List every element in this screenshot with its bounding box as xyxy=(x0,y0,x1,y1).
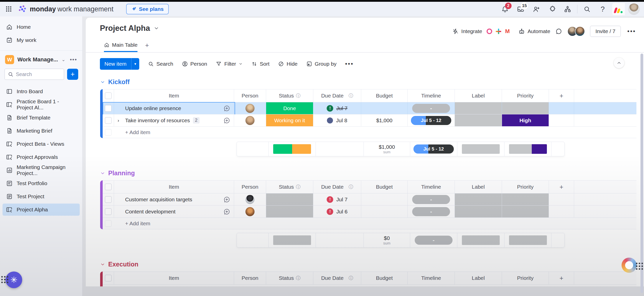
label-cell[interactable] xyxy=(455,193,502,205)
sidebar-item-test-portfolio[interactable]: Test Portfolio xyxy=(3,177,80,189)
due-date-cell[interactable]: ! Jul 7 xyxy=(313,193,361,205)
board-chat-button[interactable] xyxy=(555,28,562,35)
table-row[interactable]: Content development ! Jul 6 - xyxy=(103,206,636,218)
add-board-button[interactable]: + xyxy=(67,69,78,80)
drag-handle-dots-icon[interactable] xyxy=(1,276,9,284)
group-planning-title[interactable]: Planning xyxy=(100,169,636,177)
board-members[interactable] xyxy=(567,26,585,36)
row-checkbox[interactable] xyxy=(105,105,111,112)
row-checkbox[interactable] xyxy=(105,117,111,124)
timeline-cell[interactable]: Jul 5 - 12 xyxy=(408,114,455,126)
search-button[interactable]: Search xyxy=(148,61,173,67)
label-summary[interactable] xyxy=(457,233,505,247)
column-person[interactable]: Person xyxy=(234,181,266,193)
inbox-button[interactable]: 15 xyxy=(515,3,527,15)
products-switcher-button[interactable] xyxy=(562,3,574,15)
collapse-header-button[interactable] xyxy=(614,58,624,68)
priority-summary[interactable] xyxy=(505,142,551,156)
add-column-button[interactable]: + xyxy=(549,181,574,193)
table-row[interactable]: Update online presence Done ! Jul 7 - xyxy=(103,102,636,114)
status-summary[interactable] xyxy=(269,233,316,247)
column-budget[interactable]: Budget xyxy=(361,272,408,284)
column-budget[interactable]: Budget xyxy=(361,89,408,102)
column-due-date[interactable]: Due Dateⓘ xyxy=(313,181,361,193)
table-row[interactable]: Customer acquisition targets ! Jul 7 - xyxy=(103,193,636,206)
column-priority[interactable]: Priority xyxy=(502,272,549,284)
column-status[interactable]: Statusⓘ xyxy=(266,89,313,102)
timeline-cell[interactable]: - xyxy=(408,102,455,114)
add-conversation-icon[interactable] xyxy=(223,208,230,215)
row-checkbox[interactable] xyxy=(105,208,111,215)
due-date-cell[interactable]: ! Jul 6 xyxy=(313,206,361,217)
add-column-button[interactable]: + xyxy=(549,272,574,284)
item-name[interactable]: Customer acquisition targets xyxy=(114,196,192,203)
person-filter-button[interactable]: Person xyxy=(182,61,207,67)
board-menu-button[interactable]: ••• xyxy=(626,28,637,35)
chevron-down-icon[interactable]: ⌄ xyxy=(62,57,65,62)
select-all-checkbox[interactable] xyxy=(105,92,111,99)
item-name[interactable]: Content development xyxy=(114,209,176,215)
column-label[interactable]: Label xyxy=(455,181,502,193)
notifications-button[interactable]: 2 xyxy=(499,3,511,15)
column-status[interactable]: Statusⓘ xyxy=(266,181,313,193)
column-item[interactable]: Item xyxy=(114,89,234,102)
budget-cell[interactable] xyxy=(361,193,408,205)
person-avatar[interactable] xyxy=(245,195,255,204)
filter-button[interactable]: Filter xyxy=(216,61,243,67)
gmail-app-icon[interactable]: M xyxy=(502,25,513,37)
label-summary[interactable] xyxy=(457,142,505,156)
timeline-cell[interactable]: - xyxy=(408,193,455,205)
priority-cell[interactable] xyxy=(502,102,549,114)
priority-summary[interactable] xyxy=(505,233,551,247)
user-avatar[interactable] xyxy=(628,4,639,15)
hide-button[interactable]: Hide xyxy=(278,61,297,67)
add-column-button[interactable]: + xyxy=(549,89,574,102)
workspace-avatar[interactable]: W xyxy=(5,55,14,64)
column-person[interactable]: Person xyxy=(234,272,266,284)
column-due-date[interactable]: Due Dateⓘ xyxy=(313,89,361,102)
column-priority[interactable]: Priority xyxy=(502,181,549,193)
board-title[interactable]: Project Alpha xyxy=(100,24,159,33)
see-plans-button[interactable]: See plans xyxy=(126,4,169,14)
item-name[interactable]: Take inventory of resources xyxy=(114,117,190,124)
sort-button[interactable]: Sort xyxy=(251,61,270,67)
group-kickoff-title[interactable]: Kickoff xyxy=(100,78,636,86)
automate-button[interactable]: Automate xyxy=(518,28,550,35)
sidebar-item-marketing-brief[interactable]: Marketing Brief xyxy=(3,125,80,137)
person-avatar[interactable] xyxy=(245,104,255,113)
person-avatar[interactable] xyxy=(245,116,255,125)
add-item-row[interactable]: + Add item xyxy=(103,285,636,286)
budget-cell[interactable] xyxy=(361,102,408,114)
column-priority[interactable]: Priority xyxy=(502,89,549,102)
toolbar-more-button[interactable]: ••• xyxy=(345,60,354,67)
label-cell[interactable] xyxy=(455,102,502,114)
expand-subitems-icon[interactable]: › xyxy=(118,118,119,123)
priority-cell[interactable] xyxy=(502,206,549,217)
column-timeline[interactable]: Timeline xyxy=(408,89,455,102)
monday-logo[interactable]: mondaywork management xyxy=(17,4,114,14)
column-timeline[interactable]: Timeline xyxy=(408,181,455,193)
column-person[interactable]: Person xyxy=(234,89,266,102)
timeline-cell[interactable]: - xyxy=(408,206,455,217)
table-row[interactable]: › Take inventory of resources 2 Working … xyxy=(103,114,636,127)
add-item-label[interactable]: + Add item xyxy=(114,129,150,135)
select-all-checkbox[interactable] xyxy=(105,184,111,190)
add-conversation-icon[interactable] xyxy=(223,117,230,124)
column-item[interactable]: Item xyxy=(114,181,234,193)
add-item-row[interactable]: + Add item xyxy=(103,127,636,138)
column-timeline[interactable]: Timeline xyxy=(408,272,455,284)
sidebar-item-project-beta-views[interactable]: Project Beta - Views xyxy=(3,138,80,150)
sidebar-item-home[interactable]: Home xyxy=(3,21,80,33)
priority-cell[interactable]: High xyxy=(502,114,549,126)
sidebar-item-practice-board-1[interactable]: Practice Board 1 - Project Al... xyxy=(3,98,80,111)
integrate-button[interactable]: Integrate xyxy=(452,28,482,35)
column-status[interactable]: Statusⓘ xyxy=(266,272,313,284)
budget-cell[interactable]: $1,000 xyxy=(361,114,408,126)
invite-members-button[interactable] xyxy=(530,3,542,15)
timeline-summary[interactable]: Jul 5 - 12 xyxy=(410,142,457,156)
group-execution-title[interactable]: Execution xyxy=(100,261,636,268)
column-label[interactable]: Label xyxy=(455,89,502,102)
column-label[interactable]: Label xyxy=(455,272,502,284)
priority-cell[interactable] xyxy=(502,193,549,205)
item-name[interactable]: Update online presence xyxy=(114,105,181,111)
